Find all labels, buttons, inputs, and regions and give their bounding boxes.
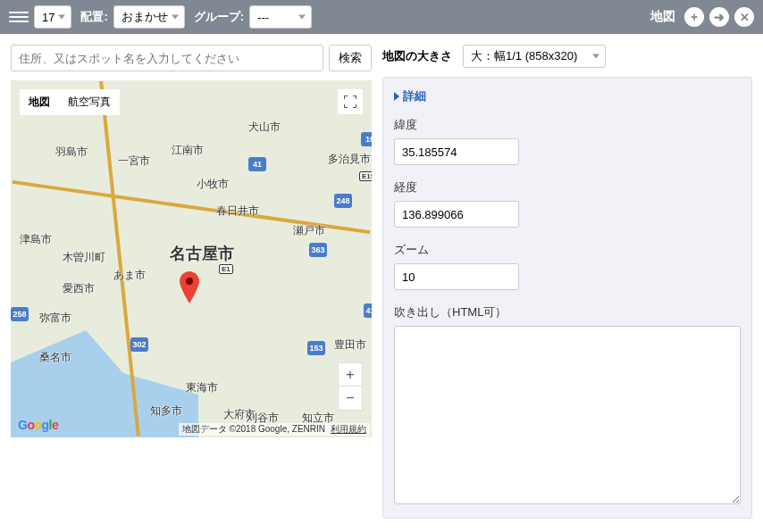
route-shield: 419 xyxy=(364,303,372,318)
search-row: 検索 xyxy=(11,45,372,71)
action-icon[interactable]: ➜ xyxy=(709,7,729,27)
map-canvas[interactable]: 羽島市 一宮市 江南市 犬山市 小牧市 多治見市 春日井市 瀬戸市 津島市 あま… xyxy=(11,80,372,437)
route-shield: 153 xyxy=(307,341,325,355)
expwy-badge: E1 xyxy=(219,264,233,274)
placement-label: 配置: xyxy=(80,9,107,25)
size-row: 地図の大きさ 大：幅1/1 (858x320) xyxy=(382,45,752,68)
group-label: グループ: xyxy=(194,9,244,25)
placement-select[interactable]: おまかせ xyxy=(113,5,185,29)
number-select[interactable]: 17 xyxy=(34,5,71,29)
detail-toggle[interactable]: 詳細 xyxy=(394,88,741,104)
search-button[interactable]: 検索 xyxy=(329,45,372,71)
route-shield: 41 xyxy=(248,157,266,171)
group-select[interactable]: --- xyxy=(249,5,312,29)
balloon-label: 吹き出し（HTML可） xyxy=(394,304,741,320)
route-shield: 19 xyxy=(361,132,372,146)
map-attribution: 地図データ ©2018 Google, ZENRIN 利用規約 xyxy=(179,423,370,436)
size-label: 地図の大きさ xyxy=(382,48,452,64)
longitude-label: 経度 xyxy=(394,179,741,195)
size-select[interactable]: 大：幅1/1 (858x320) xyxy=(463,45,606,68)
map-type-toggle: 地図 航空写真 xyxy=(20,89,120,115)
menu-icon[interactable] xyxy=(9,7,29,27)
latitude-input[interactable] xyxy=(394,138,519,165)
svg-point-0 xyxy=(186,278,193,285)
map-type-satellite[interactable]: 航空写真 xyxy=(59,89,120,115)
zoom-input[interactable] xyxy=(394,263,519,290)
route-shield: 258 xyxy=(11,307,29,321)
zoom-controls: + − xyxy=(338,362,363,411)
fullscreen-icon[interactable] xyxy=(338,89,363,114)
route-shield: 363 xyxy=(309,243,327,257)
longitude-input[interactable] xyxy=(394,201,519,228)
latitude-label: 緯度 xyxy=(394,117,741,133)
search-input[interactable] xyxy=(11,45,323,71)
road-line xyxy=(13,180,371,234)
chevron-right-icon xyxy=(394,92,399,101)
balloon-textarea[interactable] xyxy=(394,326,741,504)
map-title: 地図 xyxy=(650,9,675,25)
map-type-map[interactable]: 地図 xyxy=(20,89,59,115)
add-icon[interactable]: + xyxy=(684,7,704,27)
close-icon[interactable]: ✕ xyxy=(734,7,754,27)
google-logo: Google xyxy=(18,418,58,432)
zoom-label: ズーム xyxy=(394,242,741,258)
detail-panel: 詳細 緯度 経度 ズーム 吹き出し（HTML可） xyxy=(382,77,752,519)
expwy-badge: E19 xyxy=(359,171,372,181)
zoom-in-button[interactable]: + xyxy=(339,363,362,387)
route-shield: 302 xyxy=(130,337,148,352)
zoom-out-button[interactable]: − xyxy=(339,387,362,410)
top-toolbar: 17 配置: おまかせ グループ: --- 地図 + ➜ ✕ xyxy=(0,0,763,34)
map-marker-icon xyxy=(180,271,199,306)
route-shield: 248 xyxy=(334,194,352,208)
